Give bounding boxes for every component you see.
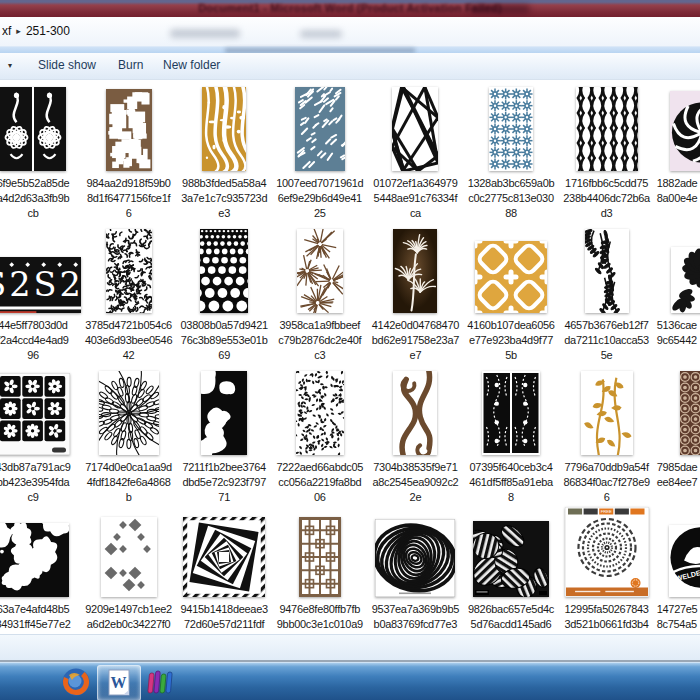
file-thumbnail bbox=[299, 517, 341, 597]
file-name: 7211f1b2bee3764dbd5e72c923f79771 bbox=[177, 460, 272, 505]
file-item[interactable]: WELDED14727e58c754a5 bbox=[655, 513, 700, 646]
file-thumbnail bbox=[393, 371, 437, 455]
file-name: 9209e1497cb1ee2a6d2eb0c34227f0 bbox=[81, 602, 176, 632]
file-item[interactable]: 07395f640ceb3c4461df5ff85a91eba8 bbox=[464, 371, 559, 504]
file-item[interactable]: 1882ade8a00e4e bbox=[655, 87, 700, 220]
file-item[interactable]: 9826bac657e5d4c5d76acdd145ad6 bbox=[464, 513, 559, 646]
svg-text:FREE: FREE bbox=[600, 509, 611, 514]
file-item[interactable]: 1007eed7071961d6ef9e29b6d49e4125 bbox=[272, 87, 367, 220]
file-name: 9415b1418deeae372d60e57d211fdf bbox=[177, 602, 272, 632]
file-thumbnail bbox=[295, 87, 345, 171]
svg-text:W: W bbox=[111, 674, 127, 691]
file-item[interactable]: 01072ef1a3649795448ae91c76334fca bbox=[368, 87, 463, 220]
firefox-icon bbox=[61, 667, 91, 697]
file-name: 4142e0d04768470bd62e91758e23a7e7 bbox=[368, 318, 463, 363]
file-name: 9537ea7a369b9b5b0a83769fcd77e3 bbox=[368, 602, 463, 632]
file-item[interactable]: 988b3fded5a58a43a7e1c7c935723de3 bbox=[177, 87, 272, 220]
file-name: 7985daeee84ee7 bbox=[655, 460, 700, 490]
file-name: 3958ca1a9fbbeefc79b2876dc2e40fc3 bbox=[272, 318, 367, 363]
file-item[interactable]: S2S244e5ff7803d0df2a4ccd4e4ad996 bbox=[0, 229, 81, 362]
file-thumbnail bbox=[0, 523, 69, 597]
file-name: 4160b107dea6056e77e923ba4d9f775b bbox=[464, 318, 559, 363]
file-name: 7304b38535f9e71a8c2545ea9092c22e bbox=[368, 460, 463, 505]
file-name: 7222aed66abdc05cc056a2219fa8bd06 bbox=[272, 460, 367, 505]
file-thumbnail bbox=[393, 229, 437, 313]
file-name: 5136cae9c65442 bbox=[655, 318, 700, 348]
file-name: 1716fbb6c5cdd75238b4406dc72b6ad3 bbox=[559, 176, 654, 221]
breadcrumb-parent-folder[interactable]: xf bbox=[2, 24, 11, 38]
file-name: 3785d4721b054c6403e6d93bee054642 bbox=[81, 318, 176, 363]
file-item[interactable]: 7304b38535f9e71a8c2545ea9092c22e bbox=[368, 371, 463, 504]
file-name: 1882ade8a00e4e bbox=[655, 176, 700, 206]
file-name: 9826bac657e5d4c5d76acdd145ad6 bbox=[464, 602, 559, 632]
file-name: 01072ef1a3649795448ae91c76334fca bbox=[368, 176, 463, 221]
file-name: 12995fa502678433d521b0661fd3b4 bbox=[559, 602, 654, 632]
file-thumbnail bbox=[101, 517, 157, 597]
file-thumbnail bbox=[106, 89, 152, 171]
breadcrumb-arrow-icon: ▸ bbox=[16, 26, 21, 36]
file-thumbnail bbox=[183, 517, 265, 597]
file-thumbnail bbox=[581, 371, 633, 455]
file-grid: 6f9e5b52a85dea4d2d63a3fb9bcb984aa2d918f5… bbox=[0, 80, 700, 660]
file-item[interactable]: 7222aed66abdc05cc056a2219fa8bd06 bbox=[272, 371, 367, 504]
details-pane bbox=[0, 634, 700, 661]
file-thumbnail: WELDED bbox=[669, 525, 700, 597]
address-bar: xf ▸ 251-300 bbox=[0, 17, 700, 47]
file-item[interactable]: 9476e8fe80ffb7fb9bb00c3e1c010a9 bbox=[272, 513, 367, 646]
file-thumbnail bbox=[375, 519, 455, 597]
file-name: 6f9e5b52a85dea4d2d63a3fb9bcb bbox=[0, 176, 81, 221]
breadcrumb-current-folder[interactable]: 251-300 bbox=[26, 24, 70, 38]
file-name: 7174d0e0ca1aa9d4fdf1842fe6a4868b bbox=[81, 460, 176, 505]
file-item[interactable]: 43db87a791ac9bb423e3954fdac9 bbox=[0, 371, 81, 504]
file-thumbnail bbox=[296, 371, 344, 455]
breadcrumb: xf ▸ 251-300 bbox=[2, 24, 70, 38]
file-item[interactable]: 984aa2d918f59b08d1f6477156fce1f6 bbox=[81, 87, 176, 220]
file-thumbnail bbox=[576, 87, 638, 171]
file-name: 9476e8fe80ffb7fb9bb00c3e1c010a9 bbox=[272, 602, 367, 632]
file-item[interactable]: 63a7e4afd48b584931ff45e77e2 bbox=[0, 513, 81, 646]
burn-button[interactable]: Burn bbox=[118, 58, 143, 72]
file-item[interactable]: 4142e0d04768470bd62e91758e23a7e7 bbox=[368, 229, 463, 362]
taskbar: W bbox=[0, 662, 700, 700]
word-taskbar-button[interactable]: W bbox=[97, 665, 141, 700]
blurred-text-ghost bbox=[300, 30, 342, 38]
new-folder-button[interactable]: New folder bbox=[163, 58, 220, 72]
word-title-bar: Document1 - Microsoft Word (Product Acti… bbox=[0, 0, 700, 17]
file-item[interactable]: 9209e1497cb1ee2a6d2eb0c34227f0 bbox=[81, 513, 176, 646]
file-name: 1328ab3bc659a0bc0c2775c813e03088 bbox=[464, 176, 559, 221]
blurred-text-ghost bbox=[170, 29, 240, 38]
file-thumbnail bbox=[670, 91, 700, 171]
file-name: 43db87a791ac9bb423e3954fdac9 bbox=[0, 460, 81, 505]
file-item[interactable]: 1328ab3bc659a0bc0c2775c813e03088 bbox=[464, 87, 559, 220]
file-item[interactable]: 7174d0e0ca1aa9d4fdf1842fe6a4868b bbox=[81, 371, 176, 504]
file-item[interactable]: 7985daeee84ee7 bbox=[655, 371, 700, 504]
file-name: 07395f640ceb3c4461df5ff85a91eba8 bbox=[464, 460, 559, 505]
media-app-taskbar-button[interactable] bbox=[139, 665, 181, 699]
file-thumbnail bbox=[106, 229, 152, 313]
file-item[interactable]: 5136cae9c65442 bbox=[655, 229, 700, 362]
file-item[interactable]: 6f9e5b52a85dea4d2d63a3fb9bcb bbox=[0, 87, 81, 220]
explorer-toolbar: ▾ Slide show Burn New folder bbox=[0, 53, 700, 80]
file-item[interactable]: 1716fbb6c5cdd75238b4406dc72b6ad3 bbox=[559, 87, 654, 220]
file-thumbnail bbox=[671, 247, 700, 313]
file-thumbnail bbox=[482, 371, 540, 455]
file-item[interactable]: 9415b1418deeae372d60e57d211fdf bbox=[177, 513, 272, 646]
file-thumbnail bbox=[0, 373, 70, 455]
file-name: 44e5ff7803d0df2a4ccd4e4ad996 bbox=[0, 318, 81, 363]
file-item[interactable]: 9537ea7a369b9b5b0a83769fcd77e3 bbox=[368, 513, 463, 646]
file-thumbnail bbox=[202, 87, 246, 171]
file-item[interactable]: 3958ca1a9fbbeefc79b2876dc2e40fc3 bbox=[272, 229, 367, 362]
slide-show-button[interactable]: Slide show bbox=[38, 58, 96, 72]
file-name: 1007eed7071961d6ef9e29b6d49e4125 bbox=[272, 176, 367, 221]
firefox-taskbar-button[interactable] bbox=[55, 665, 97, 699]
organize-dropdown-caret-icon[interactable]: ▾ bbox=[8, 61, 12, 70]
file-thumbnail bbox=[0, 87, 66, 171]
file-item[interactable]: 3785d4721b054c6403e6d93bee054642 bbox=[81, 229, 176, 362]
file-item[interactable]: 4657b3676eb12f7da7211c10acca535e bbox=[559, 229, 654, 362]
file-item[interactable]: 4160b107dea6056e77e923ba4d9f775b bbox=[464, 229, 559, 362]
file-item[interactable]: 7211f1b2bee3764dbd5e72c923f79771 bbox=[177, 371, 272, 504]
file-item[interactable]: FREE12995fa502678433d521b0661fd3b4 bbox=[559, 513, 654, 646]
file-item[interactable]: 7796a70ddb9a54f86834f0ac7f278e96 bbox=[559, 371, 654, 504]
file-item[interactable]: 03808b0a57d942176c3b89e553e01b69 bbox=[177, 229, 272, 362]
file-thumbnail bbox=[297, 229, 343, 313]
